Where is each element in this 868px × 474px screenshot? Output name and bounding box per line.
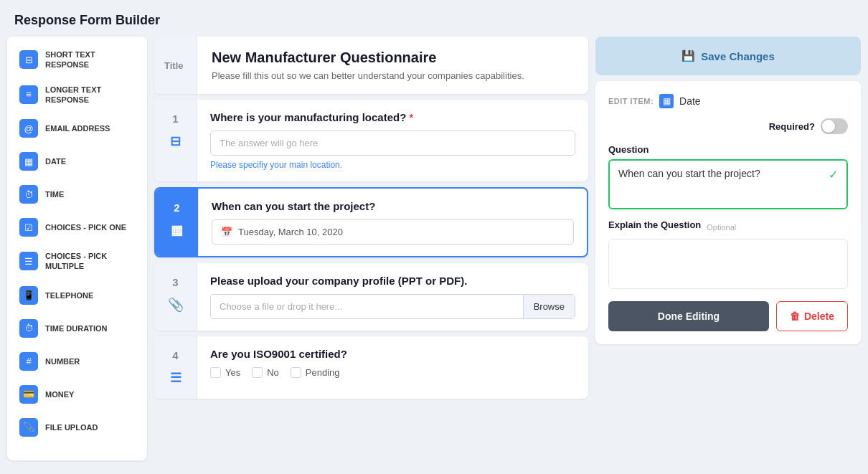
sidebar-label-telephone: TELEPHONE [45,290,93,300]
sidebar-label-file-upload: FILE UPLOAD [45,422,98,432]
required-row: Required? [608,118,848,134]
q-num-text: 2 [174,202,179,214]
q-num-text: 4 [172,349,178,361]
q-num-text: 3 [172,276,178,288]
sidebar-item-date[interactable]: ▦ DATE [7,145,147,178]
q-num-text: 1 [172,113,178,125]
sidebar-item-file-upload[interactable]: 📎 FILE UPLOAD [7,411,147,444]
question-body-4: Are you ISO9001 certified?YesNoPending [197,336,588,399]
choice-item[interactable]: Pending [291,367,340,378]
question-number-3: 3📎 [154,263,197,331]
file-input-3[interactable]: Choose a file or drop it here...Browse [210,294,575,319]
delete-button[interactable]: 🗑 Delete [776,301,848,331]
explain-label-row: Explain the Question Optional [608,219,848,234]
optional-badge: Optional [707,223,736,232]
sidebar-label-longer-text: LONGER TEXT RESPONSE [45,85,137,105]
sidebar-label-choices-multiple: CHOICES - PICK MULTIPLE [45,251,137,272]
question-section-label: Question [608,144,848,155]
question-card-4[interactable]: 4☰Are you ISO9001 certified?YesNoPending [154,336,588,399]
sidebar-item-time[interactable]: ⏱ TIME [7,178,147,211]
sidebar-label-number: NUMBER [45,356,80,366]
checkmark-icon: ✓ [829,168,838,181]
date-icon-small: 📅 [221,227,232,237]
sidebar-label-choices-one: CHOICES - PICK ONE [45,222,126,232]
sidebar-label-time: TIME [45,189,64,199]
question-body-2: When can you start the project?📅Tuesday,… [199,189,587,256]
required-star: * [409,111,413,123]
question-input-field[interactable]: When can you start the project? ✓ [608,159,848,209]
form-description: Please fill this out so we can better un… [212,70,574,81]
choice-item[interactable]: Yes [210,367,240,378]
sidebar-item-telephone[interactable]: 📱 TELEPHONE [7,279,147,312]
q-icon: ▦ [171,222,183,238]
sidebar-icon-file-upload: 📎 [19,418,38,437]
action-buttons: Done Editing 🗑 Delete [608,301,848,331]
choice-label: No [267,367,279,378]
sidebar-icon-time-duration: ⏱ [19,319,38,338]
date-value: Tuesday, March 10, 2020 [238,227,343,237]
checkbox[interactable] [291,367,301,378]
browse-button[interactable]: Browse [523,295,575,318]
checkbox[interactable] [252,367,263,378]
sidebar-item-money[interactable]: 💳 MONEY [7,378,147,411]
sidebar-icon-longer-text: ≡ [19,85,38,104]
sidebar-label-time-duration: TIME DURATION [45,323,108,333]
sidebar-item-time-duration[interactable]: ⏱ TIME DURATION [7,312,147,345]
checkbox[interactable] [210,367,221,378]
sidebar-item-short-text[interactable]: ⊟ SHORT TEXT RESPONSE [7,42,147,77]
save-label: Save Changes [701,50,775,62]
center-panel: Title New Manufacturer Questionnaire Ple… [147,37,595,460]
date-input-2[interactable]: 📅Tuesday, March 10, 2020 [212,219,574,245]
sidebar-item-email[interactable]: @ EMAIL ADDRESS [7,112,147,145]
sidebar-item-choices-one[interactable]: ☑ CHOICES - PICK ONE [7,211,147,244]
form-title: New Manufacturer Questionnaire [212,49,574,66]
question-card-1[interactable]: 1⊟Where is your manufacturing located?*T… [154,100,588,181]
sidebar-label-short-text: SHORT TEXT RESPONSE [45,49,137,70]
question-body-3: Please upload your company profile (PPT … [197,263,588,331]
file-placeholder: Choose a file or drop it here... [211,295,523,318]
edit-item-label: EDIT ITEM: [608,97,654,105]
sidebar-item-choices-multiple[interactable]: ☰ CHOICES - PICK MULTIPLE [7,244,147,279]
question-number-2: 2▦ [156,189,199,256]
choice-label: Yes [225,367,240,378]
q-icon: ☰ [170,370,181,386]
sidebar-label-money: MONEY [45,389,74,399]
sidebar-icon-choices-one: ☑ [19,218,38,237]
choices-row: YesNoPending [210,367,575,378]
sidebar-item-longer-text[interactable]: ≡ LONGER TEXT RESPONSE [7,77,147,113]
sidebar-icon-time: ⏱ [19,185,38,204]
app-title: Response Form Builder [14,13,160,27]
explain-label: Explain the Question [608,219,701,230]
sidebar-label-date: DATE [45,156,66,166]
edit-panel: EDIT ITEM: ▦ Date Required? Question Whe… [595,81,861,344]
q-icon: ⊟ [170,133,181,149]
question-card-2[interactable]: 2▦When can you start the project?📅Tuesda… [154,187,588,257]
explain-textarea[interactable] [608,239,848,289]
question-body-1: Where is your manufacturing located?*The… [197,100,588,181]
question-title-3: Please upload your company profile (PPT … [210,275,575,287]
question-card-3[interactable]: 3📎Please upload your company profile (PP… [154,263,588,331]
title-card: Title New Manufacturer Questionnaire Ple… [154,37,588,94]
text-input-1[interactable]: The answer will go here [210,131,575,156]
sidebar-label-email: EMAIL ADDRESS [45,123,110,133]
right-panel: 💾 Save Changes EDIT ITEM: ▦ Date Require… [595,37,861,460]
done-editing-button[interactable]: Done Editing [608,301,769,331]
required-toggle[interactable] [821,118,848,134]
question-title-4: Are you ISO9001 certified? [210,348,575,360]
choice-label: Pending [306,367,340,378]
edit-header: EDIT ITEM: ▦ Date [608,94,848,108]
save-button[interactable]: 💾 Save Changes [595,37,861,75]
hint-text-1: Please specifiy your main location. [210,160,575,170]
choice-item[interactable]: No [252,367,279,378]
app-header: Response Form Builder [0,0,868,37]
sidebar-icon-money: 💳 [19,385,38,404]
sidebar-item-number[interactable]: # NUMBER [7,345,147,378]
sidebar-icon-choices-multiple: ☰ [19,252,38,270]
sidebar-icon-short-text: ⊟ [19,50,38,69]
calendar-icon-edit: ▦ [659,94,674,108]
question-section: Question When can you start the project?… [608,144,848,209]
question-title-1: Where is your manufacturing located?* [210,111,575,123]
trash-icon: 🗑 [790,311,800,322]
question-input-text: When can you start the project? [618,168,829,179]
edit-label-row: EDIT ITEM: ▦ Date [608,94,701,108]
